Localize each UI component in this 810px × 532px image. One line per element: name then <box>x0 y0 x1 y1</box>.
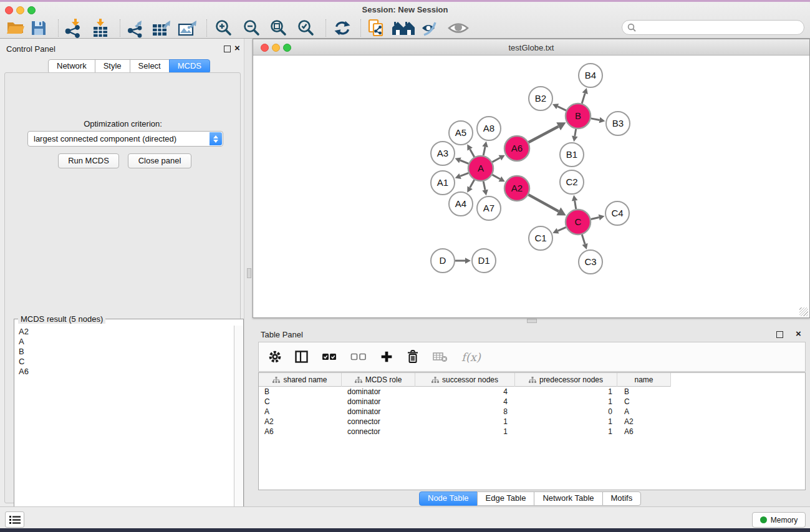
search-input[interactable] <box>639 23 804 32</box>
table-row[interactable]: C dominator 4 1 C <box>259 397 805 407</box>
tab-node-table[interactable]: Node Table <box>419 491 478 506</box>
attribute-icon <box>272 377 280 384</box>
table-row[interactable]: B dominator 4 1 B <box>259 387 805 397</box>
zoom-in-button[interactable] <box>215 17 233 39</box>
close-table-panel-icon[interactable]: × <box>796 328 801 339</box>
network-window-titlebar[interactable]: testGlobe.txt <box>253 39 809 56</box>
window-chrome: Session: New Session <box>0 2 810 39</box>
splitter-handle-vertical[interactable] <box>247 268 251 278</box>
graph-edge-A-A4[interactable] <box>470 180 475 188</box>
result-item[interactable]: A6 <box>19 367 233 377</box>
search-field[interactable] <box>622 20 804 35</box>
column-header-mcds-role[interactable]: MCDS role <box>342 373 415 387</box>
table-row[interactable]: A dominator 8 0 A <box>259 407 805 417</box>
tab-mcds[interactable]: MCDS <box>169 59 210 74</box>
tab-style[interactable]: Style <box>95 59 130 74</box>
tab-edge-table[interactable]: Edge Table <box>477 491 535 506</box>
result-item[interactable]: A2 <box>19 327 233 337</box>
panel-icon[interactable] <box>295 351 308 363</box>
task-history-button[interactable] <box>5 511 24 528</box>
table-toolbar: f(x) <box>258 342 806 372</box>
tab-network-table[interactable]: Network Table <box>534 491 602 506</box>
delete-table-icon[interactable] <box>433 351 448 362</box>
settings-icon[interactable] <box>269 351 281 363</box>
graph-edge-C-C2[interactable] <box>575 201 576 210</box>
mcds-result-title: MCDS result (5 nodes) <box>18 314 105 324</box>
network-from-file-button[interactable] <box>367 17 386 39</box>
run-mcds-button[interactable]: Run MCDS <box>58 153 119 168</box>
toolbar-separator <box>325 19 326 37</box>
graph-edge-arrowhead <box>599 117 605 123</box>
table-row[interactable]: A6 connector 1 1 A6 <box>259 427 805 437</box>
graph-edge-C-C3[interactable] <box>582 235 585 244</box>
graph-edge-A-A3[interactable] <box>460 160 469 163</box>
graph-edge-B-B3[interactable] <box>591 118 600 120</box>
save-session-button[interactable] <box>31 17 47 39</box>
graph-edge-A2-C[interactable] <box>528 195 559 211</box>
window-resize-grip[interactable] <box>799 307 808 316</box>
graph-edge-A-A6[interactable] <box>492 158 499 162</box>
zoom-out-button[interactable] <box>243 17 261 39</box>
import-network-button[interactable] <box>64 17 84 39</box>
open-session-button[interactable] <box>6 17 25 39</box>
splitter-handle-horizontal[interactable] <box>527 319 537 323</box>
float-table-panel-icon[interactable] <box>776 331 783 338</box>
graphics-details-button[interactable] <box>421 17 441 39</box>
network-canvas[interactable]: B4B2BB3A5A8A6B1A3AA1C2A2A4A7C4CC1C3DD1 <box>253 56 809 317</box>
column-header-shared-name[interactable]: shared name <box>259 373 342 387</box>
result-item[interactable]: C <box>19 357 233 367</box>
close-panel-button[interactable]: Close panel <box>128 153 191 168</box>
select-all-columns-icon[interactable] <box>322 352 337 361</box>
export-table-button[interactable] <box>152 17 173 39</box>
first-neighbors-button[interactable] <box>392 17 415 39</box>
control-panel: Control Panel × Network Style Select MCD… <box>0 39 244 506</box>
graph-edge-B-B2[interactable] <box>557 107 566 110</box>
mcds-result-box: MCDS result (5 nodes) A2 A B C A6 <box>14 319 244 532</box>
function-builder-icon[interactable]: f(x) <box>461 351 481 364</box>
mcds-result-list[interactable]: A2 A B C A6 <box>15 326 233 532</box>
toolbar-separator <box>120 19 120 37</box>
export-image-button[interactable] <box>178 17 199 39</box>
import-table-button[interactable] <box>91 17 111 39</box>
graph-edge-C-C1[interactable] <box>558 227 566 231</box>
birds-eye-view-button[interactable] <box>448 17 469 39</box>
graph-edge-A-A1[interactable] <box>460 173 468 176</box>
graph-edge-A-A5[interactable] <box>470 149 475 157</box>
graph-edge-A-A8[interactable] <box>483 147 485 155</box>
zoom-selected-button[interactable] <box>297 17 316 39</box>
graph-edge-A-A2[interactable] <box>492 175 499 179</box>
result-item[interactable]: B <box>19 347 233 357</box>
memory-button[interactable]: Memory <box>752 512 806 528</box>
tab-motifs[interactable]: Motifs <box>602 491 642 506</box>
table-row[interactable]: A2 connector 1 1 A2 <box>259 417 805 427</box>
result-scrollbar[interactable] <box>234 326 243 532</box>
task-list-icon <box>9 515 21 525</box>
graph-edge-C-C4[interactable] <box>591 218 599 220</box>
zoom-fit-button[interactable] <box>269 17 288 39</box>
unselect-all-columns-icon[interactable] <box>350 352 367 361</box>
tab-select[interactable]: Select <box>130 59 170 74</box>
float-panel-icon[interactable] <box>224 46 231 52</box>
control-panel-tabs: Network Style Select MCDS <box>48 59 210 74</box>
graph-edge-B-B1[interactable] <box>575 129 576 137</box>
save-icon <box>31 20 47 36</box>
close-panel-icon[interactable]: × <box>234 42 240 54</box>
delete-column-icon[interactable] <box>407 350 419 364</box>
table-panel: Table Panel × <box>245 324 810 506</box>
column-header-predecessor-nodes[interactable]: predecessor nodes <box>515 373 617 387</box>
graph-edge-A6-B[interactable] <box>529 127 559 143</box>
control-panel-title: Control Panel <box>6 44 55 54</box>
column-header-name[interactable]: name <box>617 373 671 387</box>
result-item[interactable]: A <box>19 337 233 347</box>
tab-network[interactable]: Network <box>48 59 95 74</box>
network-window-title: testGlobe.txt <box>253 43 809 52</box>
desktop-strip-bottom <box>0 528 810 532</box>
column-header-successor-nodes[interactable]: successor nodes <box>415 373 515 387</box>
graph-edge-A-A7[interactable] <box>483 181 485 190</box>
export-image-icon <box>178 18 199 38</box>
criterion-dropdown[interactable]: largest connected component (directed) <box>27 131 223 147</box>
refresh-button[interactable] <box>333 17 352 39</box>
graph-edge-B-B4[interactable] <box>582 94 585 104</box>
create-column-icon[interactable] <box>380 351 393 363</box>
export-network-button[interactable] <box>126 17 146 39</box>
